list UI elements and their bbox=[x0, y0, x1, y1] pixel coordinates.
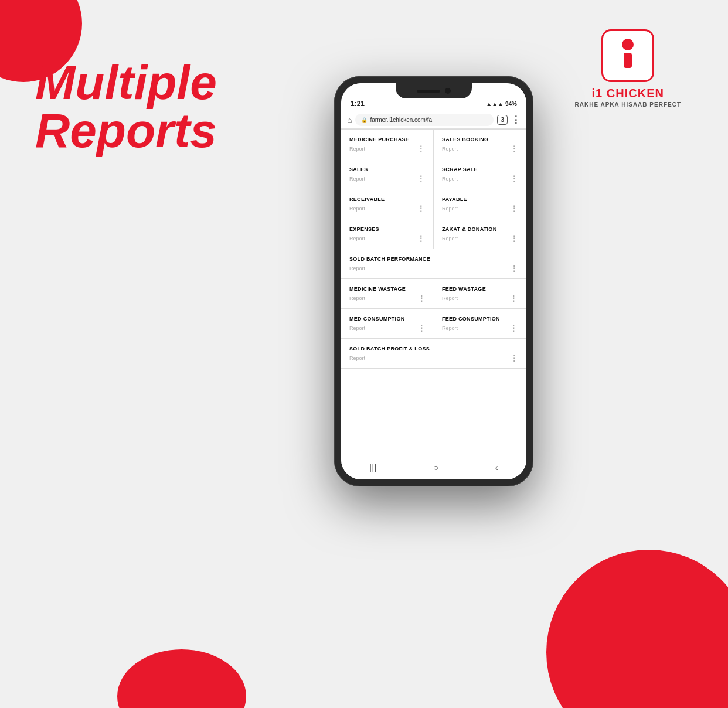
nav-menu-icon[interactable]: ||| bbox=[369, 462, 376, 473]
report-sub-sold-batch-performance: Report⋮ bbox=[349, 264, 518, 273]
report-title-medicine-wastage: MEDICINE WASTAGE bbox=[349, 286, 426, 292]
bottom-nav: ||| ○ ‹ bbox=[341, 455, 526, 479]
reports-grid: MEDICINE PURCHASEReport⋮SALES BOOKINGRep… bbox=[341, 129, 526, 369]
report-sub-sales: Report⋮ bbox=[349, 175, 425, 183]
report-item-sales-booking[interactable]: SALES BOOKINGReport⋮ bbox=[434, 130, 526, 159]
home-icon[interactable]: ⌂ bbox=[347, 115, 352, 125]
report-title-payable: PAYABLE bbox=[442, 196, 518, 202]
report-title-medicine-purchase: MEDICINE PURCHASE bbox=[349, 137, 425, 142]
report-sub-feed-consumption: Report⋮ bbox=[442, 324, 518, 332]
url-field[interactable]: 🔒 farmer.i1chicken.com/fa bbox=[355, 114, 494, 126]
report-sub-label-med-consumption: Report bbox=[349, 325, 365, 331]
report-item-medicine-wastage[interactable]: MEDICINE WASTAGEReport⋮ bbox=[341, 279, 434, 309]
report-sub-medicine-purchase: Report⋮ bbox=[349, 145, 425, 153]
phone-inner: 1:21 ▲▲▲ 94% ⌂ 🔒 farmer.i1chicken.com/fa… bbox=[341, 83, 526, 479]
report-sub-label-sold-batch-performance: Report bbox=[349, 266, 365, 271]
url-bar[interactable]: ⌂ 🔒 farmer.i1chicken.com/fa 3 ⋮ bbox=[341, 111, 526, 129]
status-time: 1:21 bbox=[351, 100, 365, 108]
report-menu-expenses[interactable]: ⋮ bbox=[417, 234, 425, 243]
title-section: Multiple Reports bbox=[35, 59, 217, 155]
report-menu-feed-wastage[interactable]: ⋮ bbox=[509, 294, 518, 302]
bg-circle-bottom-left bbox=[117, 649, 246, 708]
report-item-scrap-sale[interactable]: SCRAP SALEReport⋮ bbox=[434, 159, 526, 189]
nav-home-icon[interactable]: ○ bbox=[433, 462, 439, 473]
report-sub-label-sold-batch-profit-loss: Report bbox=[349, 355, 365, 361]
report-item-receivable[interactable]: RECEIVABLEReport⋮ bbox=[341, 189, 434, 219]
report-title-med-consumption: MED CONSUMPTION bbox=[349, 316, 426, 322]
report-menu-sales-booking[interactable]: ⋮ bbox=[510, 145, 518, 153]
report-sub-label-expenses: Report bbox=[349, 236, 365, 241]
reports-container[interactable]: MEDICINE PURCHASEReport⋮SALES BOOKINGRep… bbox=[341, 129, 526, 472]
tab-count[interactable]: 3 bbox=[497, 115, 508, 125]
browser-menu-icon[interactable]: ⋮ bbox=[511, 114, 521, 125]
report-item-med-consumption[interactable]: MED CONSUMPTIONReport⋮ bbox=[341, 309, 434, 339]
logo-svg bbox=[607, 35, 648, 76]
report-sub-scrap-sale: Report⋮ bbox=[442, 175, 518, 183]
title-line2: Reports bbox=[35, 107, 217, 155]
notch-camera bbox=[445, 88, 451, 94]
report-title-expenses: EXPENSES bbox=[349, 226, 425, 232]
report-sub-med-consumption: Report⋮ bbox=[349, 324, 426, 332]
report-menu-scrap-sale[interactable]: ⋮ bbox=[510, 175, 518, 183]
report-menu-sales[interactable]: ⋮ bbox=[417, 175, 425, 183]
report-menu-receivable[interactable]: ⋮ bbox=[417, 205, 425, 213]
report-title-sold-batch-profit-loss: SOLD BATCH PROFIT & LOSS bbox=[349, 346, 518, 352]
report-menu-med-consumption[interactable]: ⋮ bbox=[417, 324, 426, 332]
report-sub-sales-booking: Report⋮ bbox=[442, 145, 518, 153]
phone-outer: 1:21 ▲▲▲ 94% ⌂ 🔒 farmer.i1chicken.com/fa… bbox=[334, 76, 533, 486]
report-item-sold-batch-profit-loss[interactable]: SOLD BATCH PROFIT & LOSSReport⋮ bbox=[341, 339, 526, 369]
report-menu-medicine-purchase[interactable]: ⋮ bbox=[417, 145, 425, 153]
report-sub-label-feed-wastage: Report bbox=[442, 295, 458, 301]
report-title-feed-consumption: FEED CONSUMPTION bbox=[442, 316, 518, 322]
logo-box bbox=[601, 29, 654, 82]
report-title-zakat-donation: ZAKAT & DONATION bbox=[442, 226, 518, 232]
svg-point-0 bbox=[622, 39, 634, 50]
report-item-expenses[interactable]: EXPENSESReport⋮ bbox=[341, 219, 434, 249]
report-item-feed-consumption[interactable]: FEED CONSUMPTIONReport⋮ bbox=[434, 309, 526, 339]
svg-rect-1 bbox=[624, 53, 632, 68]
bg-circle-bottom-right bbox=[546, 550, 728, 708]
report-sub-label-scrap-sale: Report bbox=[442, 176, 458, 182]
report-sub-label-payable: Report bbox=[442, 206, 458, 212]
report-item-sold-batch-performance[interactable]: SOLD BATCH PERFORMANCEReport⋮ bbox=[341, 249, 526, 279]
report-sub-label-receivable: Report bbox=[349, 206, 365, 212]
report-sub-label-sales: Report bbox=[349, 176, 365, 182]
report-item-zakat-donation[interactable]: ZAKAT & DONATIONReport⋮ bbox=[434, 219, 526, 249]
report-title-scrap-sale: SCRAP SALE bbox=[442, 166, 518, 172]
report-menu-sold-batch-performance[interactable]: ⋮ bbox=[510, 264, 518, 273]
report-sub-expenses: Report⋮ bbox=[349, 234, 425, 243]
lock-icon: 🔒 bbox=[361, 117, 368, 123]
report-title-feed-wastage: FEED WASTAGE bbox=[442, 286, 518, 292]
report-menu-medicine-wastage[interactable]: ⋮ bbox=[417, 294, 426, 302]
url-text: farmer.i1chicken.com/fa bbox=[370, 117, 432, 123]
status-icons: ▲▲▲ 94% bbox=[486, 101, 517, 107]
report-menu-feed-consumption[interactable]: ⋮ bbox=[509, 324, 518, 332]
report-item-feed-wastage[interactable]: FEED WASTAGEReport⋮ bbox=[434, 279, 526, 309]
report-sub-payable: Report⋮ bbox=[442, 205, 518, 213]
report-sub-sold-batch-profit-loss: Report⋮ bbox=[349, 354, 518, 362]
logo-brand: i1 CHICKEN bbox=[592, 87, 664, 100]
notch-speaker bbox=[417, 90, 440, 93]
report-item-medicine-purchase[interactable]: MEDICINE PURCHASEReport⋮ bbox=[341, 130, 434, 159]
battery-icon: 94% bbox=[505, 101, 517, 107]
report-sub-label-zakat-donation: Report bbox=[442, 236, 458, 241]
report-menu-sold-batch-profit-loss[interactable]: ⋮ bbox=[510, 354, 518, 362]
report-item-sales[interactable]: SALESReport⋮ bbox=[341, 159, 434, 189]
report-sub-receivable: Report⋮ bbox=[349, 205, 425, 213]
report-sub-zakat-donation: Report⋮ bbox=[442, 234, 518, 243]
signal-icon: ▲▲▲ bbox=[486, 101, 504, 107]
nav-back-icon[interactable]: ‹ bbox=[495, 462, 498, 473]
report-menu-zakat-donation[interactable]: ⋮ bbox=[510, 234, 518, 243]
logo-tagline: RAKHE APKA HISAAB PERFECT bbox=[575, 101, 682, 108]
title-line1: Multiple bbox=[35, 59, 217, 107]
report-title-sales: SALES bbox=[349, 166, 425, 172]
report-sub-feed-wastage: Report⋮ bbox=[442, 294, 518, 302]
report-sub-label-feed-consumption: Report bbox=[442, 325, 458, 331]
report-menu-payable[interactable]: ⋮ bbox=[510, 205, 518, 213]
report-title-sales-booking: SALES BOOKING bbox=[442, 137, 518, 142]
phone-notch bbox=[396, 83, 472, 98]
phone-wrapper: 1:21 ▲▲▲ 94% ⌂ 🔒 farmer.i1chicken.com/fa… bbox=[334, 76, 533, 486]
report-sub-label-medicine-wastage: Report bbox=[349, 295, 365, 301]
report-title-sold-batch-performance: SOLD BATCH PERFORMANCE bbox=[349, 256, 518, 262]
report-item-payable[interactable]: PAYABLEReport⋮ bbox=[434, 189, 526, 219]
